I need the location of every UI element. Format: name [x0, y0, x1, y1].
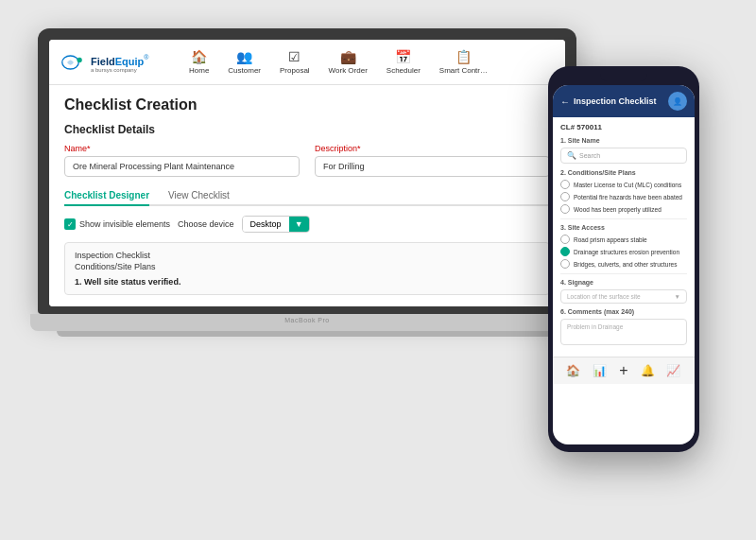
nav-proposal-label: Proposal: [280, 66, 310, 75]
phone-signage-placeholder: Location of the surface site: [567, 293, 641, 300]
phone-comments-area[interactable]: Problem in Drainage: [560, 319, 687, 345]
phone-access-circle-1[interactable]: [560, 247, 570, 256]
phone-access-item-0: Road prism appears stable: [560, 235, 687, 244]
phone-section4-label: 4. Signage: [560, 279, 687, 286]
desc-field-group: Description*: [315, 144, 550, 177]
phone-section2-label: 2. Conditions/Site Plans: [560, 169, 687, 176]
nav-proposal[interactable]: ☑ Proposal: [270, 45, 319, 78]
phone-back-button[interactable]: ←: [560, 96, 570, 107]
logo-equip: Equip: [115, 56, 145, 67]
nav-scheduler[interactable]: 📅 Scheduler: [377, 45, 430, 78]
nav-customer-label: Customer: [228, 66, 261, 75]
customer-icon: 👥: [236, 49, 252, 64]
scheduler-icon: 📅: [395, 49, 411, 64]
name-input[interactable]: [64, 156, 300, 177]
phone-circle-2[interactable]: [560, 204, 570, 214]
proposal-icon: ☑: [288, 49, 301, 64]
device-select-value: Desktop: [243, 217, 289, 232]
tabs-row: Checklist Designer View Checklist: [64, 186, 550, 206]
nav-smartcontract[interactable]: 📋 Smart Contr…: [430, 45, 497, 78]
phone-dropdown-arrow: ▼: [675, 293, 680, 300]
choose-device-label: Choose device: [178, 219, 234, 229]
phone-divider-1: [560, 218, 687, 219]
phone-section5-label: 6. Comments (max 240): [560, 308, 687, 315]
laptop: FieldEquip® a bursys company 🏠 Home 👥: [38, 28, 576, 337]
laptop-base: [30, 314, 584, 331]
laptop-hinge: [57, 331, 558, 337]
phone-cl-id: CL# 570011: [560, 123, 687, 131]
phone-comments-placeholder: Problem in Drainage: [567, 323, 623, 330]
checklist-preview-sub: Conditions/Site Plans: [75, 262, 540, 271]
phone-access-circle-2[interactable]: [560, 259, 570, 269]
tab-view-checklist[interactable]: View Checklist: [168, 186, 230, 206]
logo-area: FieldEquip® a bursys company: [60, 52, 164, 73]
phone-check-item-0: Master License to Cut (MLC) conditions: [560, 180, 687, 189]
laptop-screen-outer: FieldEquip® a bursys company 🏠 Home 👥: [38, 28, 576, 314]
phone-check-text-0: Master License to Cut (MLC) conditions: [574, 182, 681, 188]
app-content: Checklist Creation Checklist Details Nam…: [49, 85, 565, 306]
smartcontract-icon: 📋: [455, 49, 472, 64]
phone-check-item-1: Potential fire hazards have been abated: [560, 192, 687, 201]
checklist-preview: Inspection Checklist Conditions/Site Pla…: [64, 242, 550, 295]
phone-access-item-2: Bridges, culverts, and other structures: [560, 259, 687, 269]
phone-bottom-home[interactable]: 🏠: [566, 364, 580, 377]
nav-workorder[interactable]: 💼 Work Order: [319, 45, 377, 78]
phone-access-circle-0[interactable]: [560, 235, 570, 244]
phone-search-placeholder: Search: [579, 152, 600, 159]
toolbar-row: ✓ Show invisible elements Choose device …: [64, 216, 550, 233]
name-required: *: [87, 144, 91, 153]
phone-header-title: Inspection Checklist: [574, 96, 657, 106]
app-header: FieldEquip® a bursys company 🏠 Home 👥: [49, 40, 565, 85]
fieldequip-logo-icon: [60, 53, 87, 72]
checklist-preview-title: Inspection Checklist: [75, 251, 540, 260]
phone-access-item-1: Drainage structures erosion prevention: [560, 247, 687, 256]
phone-content: CL# 570011 1. Site Name 🔍 Search 2. Cond…: [553, 117, 695, 357]
nav-home[interactable]: 🏠 Home: [180, 45, 218, 78]
phone-bottom-chart[interactable]: 📊: [593, 364, 607, 377]
show-invisible-wrapper: ✓ Show invisible elements: [64, 218, 170, 230]
device-select-arrow[interactable]: ▼: [289, 217, 309, 232]
phone-header: ← Inspection Checklist 👤: [553, 85, 695, 117]
desc-label: Description*: [315, 144, 550, 153]
phone-bottom-bell[interactable]: 🔔: [641, 364, 655, 377]
phone-access-text-2: Bridges, culverts, and other structures: [574, 261, 677, 268]
home-icon: 🏠: [191, 49, 207, 64]
nav-scheduler-label: Scheduler: [387, 66, 421, 75]
phone-signage-dropdown[interactable]: Location of the surface site ▼: [560, 289, 687, 304]
phone-check-text-2: Wood has been properly utilized: [574, 206, 662, 213]
phone-screen: ← Inspection Checklist 👤 CL# 570011 1. S…: [553, 85, 695, 444]
nav-home-label: Home: [189, 66, 209, 75]
phone-check-text-1: Potential fire hazards have been abated: [574, 194, 682, 200]
logo-text: FieldEquip® a bursys company: [91, 52, 148, 73]
device-select[interactable]: Desktop ▼: [242, 216, 310, 233]
phone-circle-1[interactable]: [560, 192, 570, 201]
logo-registered: ®: [144, 53, 148, 60]
phone-bottom-bar: 🏠 📊 + 🔔 📈: [553, 357, 695, 384]
page-title: Checklist Creation: [64, 96, 550, 113]
phone-section3-label: 3. Site Access: [560, 224, 687, 231]
phone-bottom-stats[interactable]: 📈: [666, 364, 680, 377]
nav-workorder-label: Work Order: [329, 66, 368, 75]
form-row: Name* Description*: [64, 144, 550, 177]
phone-search-box[interactable]: 🔍 Search: [560, 148, 687, 164]
phone-access-text-0: Road prism appears stable: [574, 236, 647, 243]
scene: FieldEquip® a bursys company 🏠 Home 👥: [0, 0, 756, 540]
phone-circle-0[interactable]: [560, 180, 570, 189]
workorder-icon: 💼: [340, 49, 356, 64]
phone-bottom-add[interactable]: +: [619, 362, 627, 379]
svg-point-1: [77, 57, 82, 61]
checklist-first-item: 1. Well site status verified.: [75, 277, 540, 287]
logo-field: Field: [91, 56, 115, 67]
phone-header-left: ← Inspection Checklist: [560, 96, 657, 107]
show-invisible-label: Show invisible elements: [79, 219, 170, 229]
name-field-group: Name*: [64, 144, 300, 177]
desc-input[interactable]: [315, 156, 550, 177]
show-invisible-checkbox[interactable]: ✓: [64, 218, 76, 230]
phone-divider-2: [560, 273, 687, 274]
tab-checklist-designer[interactable]: Checklist Designer: [64, 186, 149, 206]
nav-smartcontract-label: Smart Contr…: [439, 66, 488, 75]
phone-search-icon: 🔍: [567, 151, 576, 160]
phone-access-text-1: Drainage structures erosion prevention: [574, 249, 679, 255]
phone-check-item-2: Wood has been properly utilized: [560, 204, 687, 214]
nav-customer[interactable]: 👥 Customer: [218, 45, 270, 78]
